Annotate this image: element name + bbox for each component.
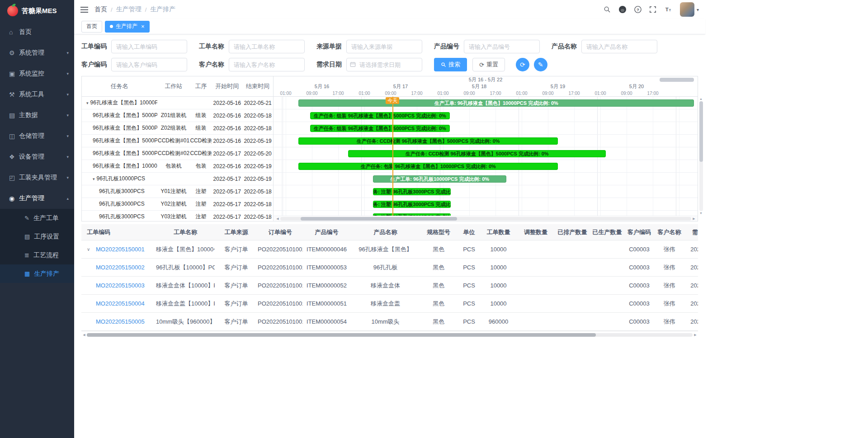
sidebar-item-masterdata[interactable]: ▤主数据▾ [0,105,74,126]
gantt-task-row[interactable]: 96孔孔板3000PCSY03注塑机注塑2022-05-172022-05-18 [82,211,273,221]
main-panel: 首页/生产管理/生产排产 ? TT ▾ [74,0,705,438]
scrollbar-track[interactable] [87,333,693,337]
search-button[interactable]: 搜索 [434,58,467,71]
breadcrumb-item[interactable]: 首页 [94,5,107,14]
workorder-link[interactable]: MO202205150005 [96,318,145,325]
sidebar-item-warehouse[interactable]: ◫仓储管理▾ [0,126,74,146]
task-end: 2022-05-18 [242,201,273,207]
scroll-left-icon[interactable]: ◀ [81,333,87,337]
github-icon[interactable] [618,5,627,14]
table-body: ∨MO202205150001移液盒【黑色】10000个客户订单PO202205… [81,240,698,331]
field-label: 工单编码 [81,42,107,51]
tab-scheduling[interactable]: 生产排产× [105,21,150,33]
menu-fold-icon[interactable] [80,6,88,13]
scroll-down-icon[interactable]: ▼ [699,211,703,216]
workorder-link[interactable]: MO202205150001 [96,246,145,253]
sidebar-item-fixture[interactable]: ◰工装夹具管理▾ [0,167,74,188]
chevron-down-icon[interactable]: ▾ [93,177,95,181]
task-end: 2022-05-21 [242,100,273,106]
gantt-task-row[interactable]: 96孔移液盒【黑色】5000PCSCCD检测#02CCD检测2022-05-17… [82,147,273,160]
customer-name-input[interactable] [229,58,305,71]
search-icon[interactable] [604,6,611,13]
product-name-input[interactable] [581,40,657,53]
gantt-task-row[interactable]: ▾96孔孔板10000PCS2022-05-172022-05-19 [82,173,273,185]
sidebar-item-equipment[interactable]: ❖设备管理▾ [0,146,74,167]
sidebar-item-home[interactable]: ⌂首页 [0,22,74,42]
font-size-icon[interactable]: TT [664,6,672,13]
avatar[interactable] [680,2,694,17]
source-doc-input[interactable] [346,40,422,53]
chevron-down-icon[interactable]: ▾ [86,101,89,105]
task-bar[interactable]: 生产任务: 注塑 96孔孔板3000PCS 完成比例: 0% [373,201,451,208]
gantt-task-row[interactable]: 96孔孔板3000PCSY02注塑机注塑2022-05-172022-05-18 [82,198,273,211]
sidebar-item-system[interactable]: ⚙系统管理▾ [0,42,74,63]
task-station: CCD检测#02 [157,150,190,157]
form-field-order-name: 工单名称 [199,40,305,53]
scrollbar-thumb[interactable] [699,101,703,162]
chevron-down-icon: ▾ [66,134,69,138]
gantt-task-row[interactable]: 96孔孔板3000PCSY01注塑机注塑2022-05-172022-05-18 [82,185,273,198]
scrollbar-track[interactable] [280,217,691,221]
gantt-task-row[interactable]: 96孔移液盒【黑色】10000PCS包装机包装2022-05-162022-05… [82,160,273,173]
scroll-right-icon[interactable]: ▶ [691,217,697,221]
gantt-mini-scrollbar[interactable] [660,78,694,82]
task-bar[interactable]: 生产任务: 包装 96孔移液盒【黑色】10000PCS 完成比例: 0% [298,163,558,170]
timeline-day-label: 5月 19 [551,83,565,90]
task-bar[interactable]: 生产任务: 组装 96孔移液盒【黑色】5000PCS 完成比例: 0% [310,112,450,119]
workorder-link[interactable]: MO202205150004 [96,300,145,307]
due-date-input[interactable] [346,58,422,71]
workorder-link[interactable]: MO202205150002 [96,264,145,271]
close-icon[interactable]: × [141,24,145,29]
sidebar-item-process-flow[interactable]: ≣工艺流程 [0,246,74,264]
task-bar[interactable]: 生产任务: CCD检测 96孔移液盒【黑色】5000PCS 完成比例: 0% [298,137,558,145]
order-code-input[interactable] [111,40,187,53]
scroll-right-icon[interactable]: ▶ [693,333,698,337]
task-end: 2022-05-20 [242,151,273,157]
sidebar-item-workorder[interactable]: ✎生产工单 [0,209,74,227]
tab-home[interactable]: 首页 [81,21,102,33]
gantt-task-row[interactable]: 96孔移液盒【黑色】5000PCSZ01组装机组装2022-05-162022-… [82,109,273,122]
reset-button[interactable]: ⟳ 重置 [472,58,505,71]
order-name-input[interactable] [229,40,305,53]
sidebar-item-production[interactable]: ◉生产管理▴ [0,188,74,209]
chevron-down-icon: ▾ [66,175,69,180]
sidebar-item-tools[interactable]: ⚒系统工具▾ [0,84,74,105]
gantt-task-row[interactable]: 96孔移液盒【黑色】5000PCSCCD检测#01CCD检测2022-05-16… [82,135,273,147]
sync-schedule-button[interactable]: ⟳ [516,58,529,71]
task-bar[interactable]: 生产任务: 注塑 96孔孔板3000PCS 完成比例: 0% [373,188,451,195]
warehouse-icon: ◫ [9,132,19,140]
task-bar[interactable]: 生产任务: 组装 96孔移液盒【黑色】5000PCS 完成比例: 0% [310,125,450,132]
task-start: 2022-05-16 [212,125,242,132]
user-menu[interactable]: ▾ [680,2,699,17]
fullscreen-icon[interactable] [649,6,656,13]
menu-item-label: 生产管理 [19,194,44,203]
sidebar-item-monitor[interactable]: ▣系统监控▾ [0,63,74,84]
search-form-row-1: 工单编码工单名称来源单据产品编号产品名称 [81,40,698,53]
scrollbar-thumb[interactable] [301,217,457,221]
gantt-horizontal-scrollbar[interactable]: ◀ ▶ [274,216,698,221]
scrollbar-track[interactable] [699,101,703,211]
help-icon[interactable]: ? [634,6,642,13]
gantt-task-row[interactable]: 96孔移液盒【黑色】5000PCSZ02组装机组装2022-05-162022-… [82,122,273,135]
timeline-time-label: 01:00 [359,90,370,97]
refresh-icon: ⟳ [479,61,484,68]
task-station: 包装机 [157,162,190,170]
chevron-down-icon[interactable]: ∨ [87,247,93,252]
gantt-vertical-scrollbar[interactable]: ▲ ▼ [698,97,703,216]
gantt-task-row[interactable]: ▾96孔移液盒【黑色】10000PCS2022-05-162022-05-21 [82,97,273,109]
sidebar-item-scheduling[interactable]: ▦生产排产 [0,264,74,283]
customer-code-input[interactable] [111,58,187,71]
chevron-up-icon: ▴ [66,196,69,201]
edit-schedule-button[interactable]: ✎ [534,58,547,71]
workorder-link[interactable]: MO202205150003 [96,282,145,289]
scroll-left-icon[interactable]: ◀ [275,217,280,221]
workorder-bar[interactable]: 生产工单: 96孔移液盒【黑色】10000PCS 完成比例: 0% [298,99,694,107]
product-code-input[interactable] [464,40,540,53]
table-horizontal-scrollbar[interactable]: ◀ ▶ [81,332,698,338]
menu-item-label: 生产工单 [33,214,59,222]
scrollbar-thumb[interactable] [87,333,596,337]
task-bar[interactable]: 生产任务: CCD检测 96孔移液盒【黑色】5000PCS 完成比例: 0% [348,150,606,157]
app-logo[interactable]: 苦糖果MES [0,0,74,22]
scroll-up-icon[interactable]: ▲ [699,97,703,101]
sidebar-item-process-setting[interactable]: ▤工序设置 [0,227,74,246]
